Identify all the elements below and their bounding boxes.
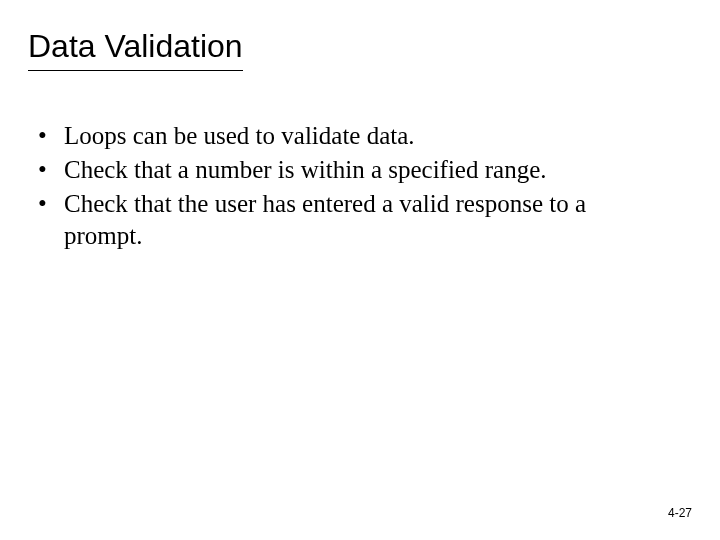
bullet-item: Check that a number is within a specifie…	[34, 154, 660, 186]
bullet-item: Check that the user has entered a valid …	[34, 188, 660, 252]
slide-title: Data Validation	[28, 28, 243, 65]
bullet-item: Loops can be used to validate data.	[34, 120, 660, 152]
title-underline	[28, 70, 243, 71]
slide: Data Validation Loops can be used to val…	[0, 0, 720, 540]
bullet-list: Loops can be used to validate data. Chec…	[34, 120, 660, 252]
page-number: 4-27	[668, 506, 692, 520]
slide-body: Loops can be used to validate data. Chec…	[34, 120, 660, 254]
